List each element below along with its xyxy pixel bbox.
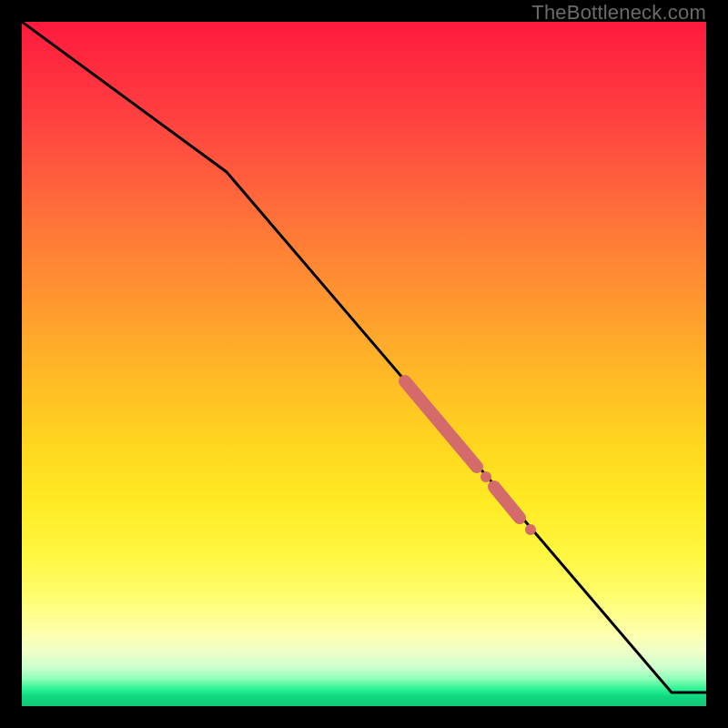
- heat-gradient: [22, 22, 706, 706]
- chart-frame: TheBottleneck.com: [0, 0, 728, 728]
- plot-area: [22, 22, 706, 706]
- watermark-label: TheBottleneck.com: [531, 1, 706, 25]
